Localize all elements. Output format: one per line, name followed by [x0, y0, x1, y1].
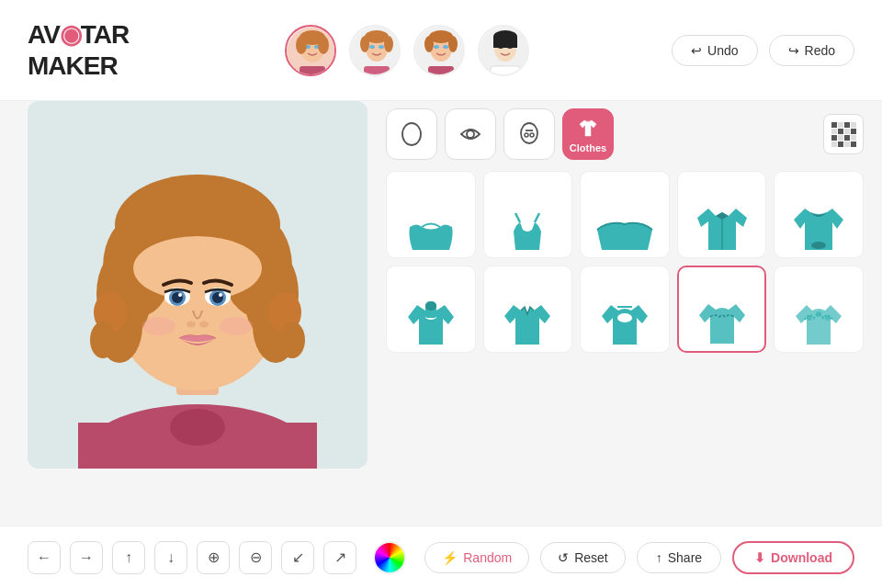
svg-point-14: [384, 36, 393, 52]
right-arrow-icon: →: [79, 549, 94, 566]
shrink-icon: ↙: [292, 548, 304, 566]
svg-point-47: [133, 236, 262, 300]
clothes-item-10[interactable]: [774, 266, 864, 353]
clothes-item-8[interactable]: [580, 266, 670, 353]
avatar-canvas: [28, 101, 368, 469]
avatar-preview-2[interactable]: [349, 25, 401, 76]
avatar-illustration: [28, 101, 368, 469]
svg-point-84: [825, 315, 831, 321]
up-arrow-icon: ↑: [125, 549, 132, 566]
header: AV◉TAR MAKER: [0, 0, 882, 101]
redo-button[interactable]: ↪ Redo: [769, 35, 854, 66]
svg-point-59: [220, 317, 253, 335]
svg-point-73: [530, 133, 534, 137]
svg-line-75: [535, 213, 539, 222]
undo-button[interactable]: ↩ Undo: [672, 35, 757, 66]
clothes-item-5[interactable]: [774, 171, 864, 258]
clothes-item-6[interactable]: [386, 266, 476, 353]
move-down-button[interactable]: ↓: [154, 541, 187, 574]
svg-point-11: [379, 45, 384, 49]
random-label: Random: [463, 550, 512, 565]
clothes-item-1[interactable]: [386, 171, 476, 258]
svg-point-72: [525, 133, 528, 137]
tab-face-shape[interactable]: [386, 108, 437, 160]
svg-point-67: [279, 322, 305, 358]
move-right-button[interactable]: →: [70, 541, 103, 574]
clothes-item-9[interactable]: [677, 266, 767, 353]
zoom-out-button[interactable]: ⊖: [239, 541, 272, 574]
expand-icon: ↗: [334, 548, 346, 566]
reset-icon: ↺: [558, 550, 569, 565]
clothes-item-2[interactable]: [483, 171, 573, 258]
svg-point-19: [443, 45, 448, 49]
svg-point-21: [424, 36, 434, 52]
clothes-item-4[interactable]: [677, 171, 767, 258]
bottom-right-actions: ⚡ Random ↺ Reset ↑ Share ⬇ Download: [424, 541, 854, 574]
svg-point-22: [448, 36, 458, 52]
svg-rect-79: [425, 301, 436, 311]
svg-rect-29: [493, 37, 517, 48]
svg-point-55: [219, 293, 222, 297]
svg-rect-15: [364, 66, 390, 76]
move-left-button[interactable]: ←: [28, 541, 61, 574]
checker-grid: [831, 122, 856, 147]
avatar-previews: [285, 25, 529, 76]
svg-point-56: [187, 322, 196, 328]
header-actions: ↩ Undo ↪ Redo: [672, 35, 854, 66]
svg-point-57: [199, 322, 209, 328]
svg-point-80: [617, 313, 632, 322]
avatar-preview-3[interactable]: [413, 25, 465, 76]
random-icon: ⚡: [442, 550, 458, 565]
undo-icon: ↩: [691, 43, 702, 58]
checker-button[interactable]: [823, 114, 864, 154]
color-wheel[interactable]: [373, 541, 406, 574]
share-icon: ↑: [656, 550, 662, 565]
svg-point-5: [296, 36, 307, 54]
undo-label: Undo: [707, 43, 738, 58]
svg-point-83: [816, 311, 821, 317]
svg-point-18: [434, 45, 439, 49]
svg-point-54: [178, 293, 182, 297]
svg-point-77: [811, 242, 826, 249]
share-label: Share: [668, 550, 702, 565]
clothes-item-7[interactable]: [483, 266, 573, 353]
svg-point-68: [402, 123, 421, 145]
zoom-out-icon: ⊖: [250, 548, 262, 566]
tab-clothes[interactable]: Clothes: [562, 108, 614, 160]
expand-button[interactable]: ↗: [323, 541, 356, 574]
shrink-button[interactable]: ↙: [281, 541, 314, 574]
avatar-preview-4[interactable]: [478, 25, 529, 76]
svg-point-35: [170, 409, 225, 446]
random-button[interactable]: ⚡ Random: [424, 542, 529, 573]
svg-point-13: [360, 36, 369, 52]
download-button[interactable]: ⬇ Download: [732, 541, 854, 574]
svg-point-70: [521, 123, 537, 143]
logo: AV◉TAR MAKER: [28, 19, 175, 81]
svg-point-69: [467, 130, 474, 138]
svg-point-82: [807, 315, 812, 321]
svg-line-74: [515, 213, 520, 222]
redo-label: Redo: [805, 43, 835, 58]
zoom-in-icon: ⊕: [208, 548, 220, 566]
tab-eyes[interactable]: [445, 108, 496, 160]
clothes-tab-label: Clothes: [570, 142, 606, 153]
move-up-button[interactable]: ↑: [112, 541, 145, 574]
reset-button[interactable]: ↺ Reset: [540, 542, 626, 573]
left-arrow-icon: ←: [37, 549, 51, 566]
download-label: Download: [771, 550, 832, 565]
tab-face-detail[interactable]: [503, 108, 555, 160]
share-button[interactable]: ↑ Share: [637, 542, 721, 573]
svg-rect-23: [428, 66, 454, 76]
right-panel: Clothes: [386, 101, 864, 526]
svg-point-58: [142, 317, 175, 335]
avatar-preview-1[interactable]: [285, 25, 336, 76]
category-tabs: Clothes: [386, 108, 864, 160]
zoom-in-button[interactable]: ⊕: [197, 541, 230, 574]
clothes-grid: [386, 171, 864, 353]
clothes-item-3[interactable]: [580, 171, 670, 258]
svg-point-6: [318, 36, 329, 54]
bottom-toolbar: ← → ↑ ↓ ⊕ ⊖ ↙ ↗ ⚡ Random ↺ Reset ↑ Share…: [0, 526, 882, 588]
redo-icon: ↪: [788, 43, 799, 58]
svg-rect-7: [300, 66, 325, 76]
svg-point-10: [369, 45, 375, 49]
